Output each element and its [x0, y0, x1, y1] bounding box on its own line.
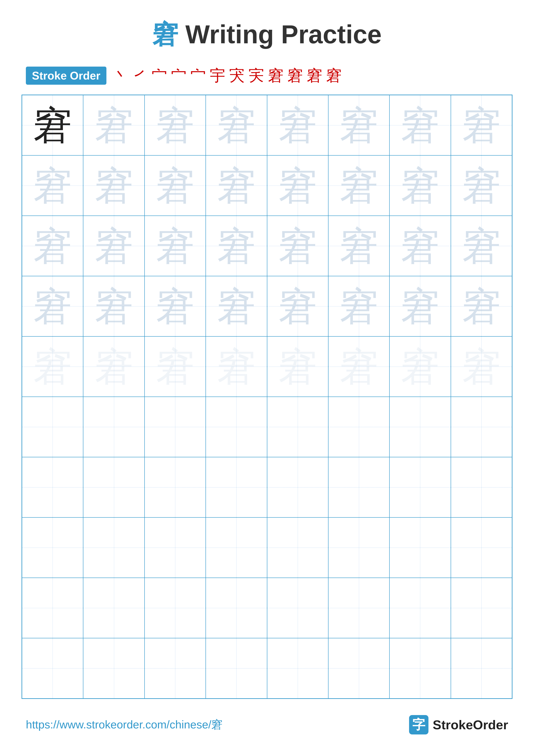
grid-cell[interactable]: 窘 — [328, 216, 390, 276]
grid-cell[interactable] — [328, 578, 390, 638]
grid-cell[interactable] — [144, 397, 206, 457]
grid-cell[interactable]: 窘 — [83, 216, 144, 276]
title-suffix: Writing Practice — [178, 20, 382, 49]
grid-cell[interactable] — [451, 517, 512, 578]
grid-cell[interactable]: 窘 — [451, 337, 512, 397]
grid-cell[interactable] — [144, 578, 206, 638]
grid-cell[interactable]: 窘 — [451, 95, 512, 155]
grid-cell[interactable]: 窘 — [451, 276, 512, 337]
footer-brand-text: StrokeOrder — [433, 717, 508, 732]
grid-cell[interactable] — [390, 457, 451, 517]
grid-cell[interactable]: 窘 — [206, 337, 267, 397]
grid-cell[interactable] — [267, 457, 328, 517]
grid-cell[interactable]: 窘 — [206, 155, 267, 216]
grid-cell[interactable] — [451, 578, 512, 638]
grid-cell[interactable]: 窘 — [206, 216, 267, 276]
grid-cell[interactable] — [144, 517, 206, 578]
stroke-order-badge: Stroke Order — [26, 67, 106, 85]
grid-cell[interactable] — [144, 638, 206, 698]
grid-cell[interactable]: 窘 — [206, 95, 267, 155]
grid-cell[interactable] — [83, 457, 144, 517]
grid-cell[interactable] — [206, 578, 267, 638]
stroke-3: 宀 — [152, 65, 167, 86]
stroke-7: 宊 — [229, 65, 245, 86]
stroke-order-chars: 丶 ㇒ 宀 宀 宀 宇 宊 宎 窘 窘 窘 窘 — [113, 65, 342, 86]
grid-cell[interactable] — [328, 638, 390, 698]
grid-cell[interactable] — [451, 457, 512, 517]
grid-cell[interactable] — [451, 397, 512, 457]
grid-cell[interactable] — [328, 517, 390, 578]
grid-cell[interactable] — [22, 517, 83, 578]
grid-cell[interactable] — [22, 397, 83, 457]
grid-cell[interactable]: 窘 — [328, 276, 390, 337]
grid-cell[interactable]: 窘 — [267, 337, 328, 397]
stroke-9: 窘 — [268, 65, 284, 86]
grid-cell[interactable]: 窘 — [267, 95, 328, 155]
grid-cell[interactable]: 窘 — [267, 276, 328, 337]
grid-cell[interactable]: 窘 — [83, 276, 144, 337]
grid-cell[interactable]: 窘 — [328, 95, 390, 155]
grid-cell[interactable]: 窘 — [22, 95, 83, 155]
stroke-6: 宇 — [210, 65, 225, 86]
grid-cell[interactable] — [267, 638, 328, 698]
grid-cell[interactable]: 窘 — [328, 155, 390, 216]
grid-cell[interactable]: 窘 — [144, 95, 206, 155]
grid-cell[interactable]: 窘 — [83, 95, 144, 155]
grid-cell[interactable] — [267, 517, 328, 578]
grid-cell[interactable] — [328, 397, 390, 457]
grid-cell[interactable] — [83, 517, 144, 578]
grid-cell[interactable] — [206, 397, 267, 457]
title-char: 窘 — [152, 20, 178, 49]
grid-cell[interactable]: 窘 — [144, 216, 206, 276]
grid-cell[interactable] — [390, 638, 451, 698]
grid-cell[interactable] — [83, 397, 144, 457]
stroke-4: 宀 — [171, 65, 187, 86]
stroke-2: ㇒ — [132, 65, 148, 86]
grid-cell[interactable]: 窘 — [390, 216, 451, 276]
grid-cell[interactable] — [390, 397, 451, 457]
grid-cell[interactable] — [83, 638, 144, 698]
grid-cell[interactable] — [22, 578, 83, 638]
grid-cell[interactable]: 窘 — [144, 276, 206, 337]
grid-cell[interactable]: 窘 — [22, 155, 83, 216]
grid-cell[interactable]: 窘 — [22, 276, 83, 337]
grid-cell[interactable] — [144, 457, 206, 517]
grid-cell[interactable] — [390, 578, 451, 638]
grid-cell[interactable]: 窘 — [390, 155, 451, 216]
grid-cell[interactable]: 窘 — [328, 337, 390, 397]
stroke-order-section: Stroke Order 丶 ㇒ 宀 宀 宀 宇 宊 宎 窘 窘 窘 窘 — [0, 65, 534, 86]
practice-grid-container: 窘 窘 窘 窘 窘 窘 窘 窘 窘 窘 窘 窘 窘 窘 窘 窘 窘 窘 窘 窘 … — [0, 94, 534, 699]
grid-cell[interactable] — [390, 517, 451, 578]
grid-cell[interactable] — [22, 457, 83, 517]
grid-cell[interactable]: 窘 — [451, 216, 512, 276]
practice-grid: 窘 窘 窘 窘 窘 窘 窘 窘 窘 窘 窘 窘 窘 窘 窘 窘 窘 窘 窘 窘 … — [21, 94, 513, 699]
stroke-8: 宎 — [249, 65, 264, 86]
grid-cell[interactable]: 窘 — [267, 216, 328, 276]
grid-cell[interactable] — [328, 457, 390, 517]
grid-cell[interactable] — [451, 638, 512, 698]
grid-cell[interactable]: 窘 — [390, 337, 451, 397]
grid-cell[interactable]: 窘 — [206, 276, 267, 337]
grid-cell[interactable]: 窘 — [390, 95, 451, 155]
grid-cell[interactable] — [267, 578, 328, 638]
grid-cell[interactable] — [83, 578, 144, 638]
stroke-11: 窘 — [307, 65, 322, 86]
grid-cell[interactable] — [267, 397, 328, 457]
grid-cell[interactable]: 窘 — [390, 276, 451, 337]
grid-cell[interactable] — [22, 638, 83, 698]
grid-cell[interactable]: 窘 — [22, 216, 83, 276]
stroke-5: 宀 — [191, 65, 206, 86]
grid-cell[interactable]: 窘 — [22, 337, 83, 397]
grid-cell[interactable]: 窘 — [83, 337, 144, 397]
footer-url[interactable]: https://www.strokeorder.com/chinese/窘 — [26, 717, 222, 732]
grid-cell[interactable]: 窘 — [83, 155, 144, 216]
grid-cell[interactable]: 窘 — [451, 155, 512, 216]
grid-cell[interactable]: 窘 — [144, 155, 206, 216]
grid-cell[interactable] — [206, 517, 267, 578]
grid-cell[interactable]: 窘 — [144, 337, 206, 397]
grid-cell[interactable] — [206, 638, 267, 698]
stroke-12: 窘 — [326, 65, 342, 86]
grid-cell[interactable] — [206, 457, 267, 517]
grid-cell[interactable]: 窘 — [267, 155, 328, 216]
footer-brand: 字 StrokeOrder — [409, 715, 508, 735]
